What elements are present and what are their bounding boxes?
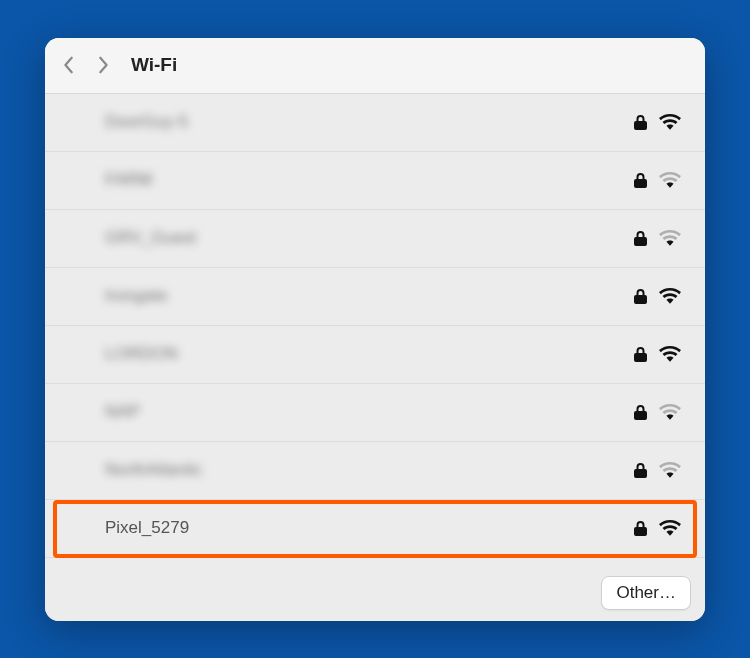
lock-icon (634, 230, 647, 246)
back-button[interactable] (59, 55, 79, 75)
network-status-icons (634, 230, 681, 246)
network-row[interactable]: NAP (45, 384, 705, 442)
network-ssid: Irongate (105, 286, 634, 306)
network-ssid: NorthAtlantic (105, 460, 634, 480)
network-status-icons (634, 520, 681, 536)
network-status-icons (634, 404, 681, 420)
lock-icon (634, 172, 647, 188)
network-ssid: Pixel_5279 (105, 518, 634, 538)
network-status-icons (634, 114, 681, 130)
network-status-icons (634, 288, 681, 304)
network-row[interactable]: DoorGuy-5 (45, 94, 705, 152)
network-row[interactable]: LORDON (45, 326, 705, 384)
network-status-icons (634, 346, 681, 362)
page-title: Wi-Fi (131, 54, 177, 76)
lock-icon (634, 114, 647, 130)
wifi-signal-icon (659, 114, 681, 130)
network-row[interactable]: Irongate (45, 268, 705, 326)
titlebar: Wi-Fi (45, 38, 705, 94)
wifi-signal-icon (659, 462, 681, 478)
wifi-settings-window: Wi-Fi DoorGuy-5 FARM GRV_Guest Irongate … (45, 38, 705, 621)
network-status-icons (634, 462, 681, 478)
lock-icon (634, 404, 647, 420)
network-row[interactable]: Pixel_5279 (45, 500, 705, 558)
lock-icon (634, 462, 647, 478)
lock-icon (634, 288, 647, 304)
network-row[interactable]: GRV_Guest (45, 210, 705, 268)
other-network-button[interactable]: Other… (601, 576, 691, 610)
network-ssid: FARM (105, 170, 634, 190)
wifi-signal-icon (659, 520, 681, 536)
network-ssid: NAP (105, 402, 634, 422)
network-row[interactable]: FARM (45, 152, 705, 210)
wifi-signal-icon (659, 288, 681, 304)
lock-icon (634, 520, 647, 536)
network-row[interactable]: NorthAtlantic (45, 442, 705, 500)
wifi-signal-icon (659, 172, 681, 188)
network-ssid: DoorGuy-5 (105, 112, 634, 132)
network-status-icons (634, 172, 681, 188)
network-ssid: GRV_Guest (105, 228, 634, 248)
footer: Other… (45, 566, 705, 621)
lock-icon (634, 346, 647, 362)
network-list: DoorGuy-5 FARM GRV_Guest Irongate LORDON… (45, 94, 705, 566)
network-ssid: LORDON (105, 344, 634, 364)
forward-button[interactable] (93, 55, 113, 75)
wifi-signal-icon (659, 346, 681, 362)
wifi-signal-icon (659, 404, 681, 420)
wifi-signal-icon (659, 230, 681, 246)
